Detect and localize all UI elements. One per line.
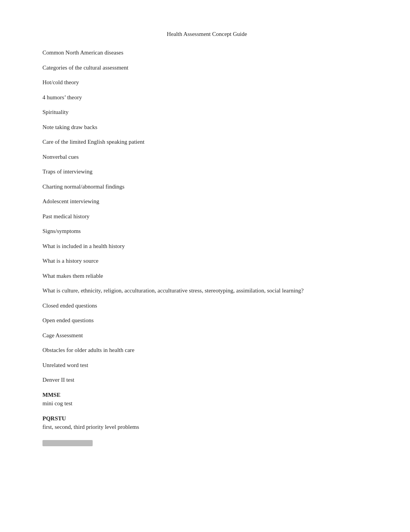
list-item: Common North American diseases [42, 48, 371, 57]
list-item: 4 humors’ theory [42, 93, 371, 102]
list-item-pqrstu: PQRSTU first, second, third priority lev… [42, 414, 371, 432]
list-item: Unrelated word test [42, 361, 371, 370]
list-item: Denver II test [42, 376, 371, 384]
list-item: Closed ended questions [42, 301, 371, 310]
list-item: Care of the limited English speaking pat… [42, 138, 371, 146]
list-item: Past medical history [42, 212, 371, 221]
content-list: Common North American diseases Categorie… [42, 48, 371, 446]
list-item-redacted [42, 438, 371, 447]
list-item: Charting normal/abnormal findings [42, 182, 371, 191]
list-item-mmse: MMSE mini cog test [42, 391, 371, 408]
redacted-block [42, 440, 93, 446]
list-item: Hot/cold theory [42, 78, 371, 87]
list-item: What makes them reliable [42, 272, 371, 280]
list-item: Open ended questions [42, 316, 371, 325]
list-item: Obstacles for older adults in health car… [42, 346, 371, 355]
list-item: What is included in a health history [42, 242, 371, 251]
list-item: Adolescent interviewing [42, 197, 371, 206]
list-item: Signs/symptoms [42, 227, 371, 236]
list-item: What is culture, ethnicity, religion, ac… [42, 286, 371, 295]
list-item: Cage Assessment [42, 331, 371, 340]
list-item: What is a history source [42, 257, 371, 265]
list-item: Spirituality [42, 108, 371, 117]
list-item: Traps of interviewing [42, 167, 371, 176]
list-item: Nonverbal cues [42, 153, 371, 161]
page-title: Health Assessment Concept Guide [42, 31, 371, 37]
list-item: Note taking draw backs [42, 123, 371, 132]
list-item: Categories of the cultural assessment [42, 63, 371, 72]
